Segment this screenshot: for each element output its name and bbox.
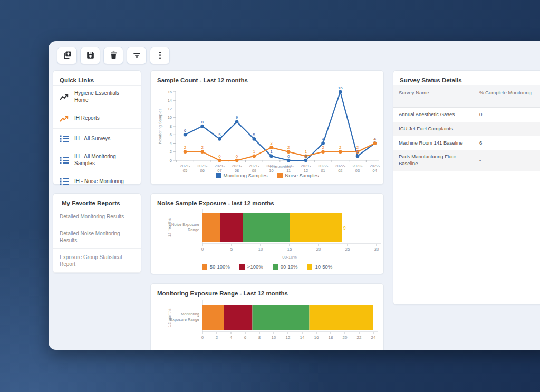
sample-count-chart-canvas: 0246810121416Year-Month2021-052021-06202… xyxy=(151,83,383,172)
favorite-reports-footer xyxy=(53,272,141,279)
column-header-survey-name[interactable]: Survey Name xyxy=(393,85,474,108)
svg-text:2: 2 xyxy=(216,335,218,340)
legend-swatch xyxy=(202,264,207,270)
legend-item[interactable]: 10-50% xyxy=(307,264,332,270)
legend-item[interactable]: Noise Samples xyxy=(277,173,319,178)
quick-link-label: IH - Noise Monitoring xyxy=(74,178,124,185)
svg-text:2021-: 2021- xyxy=(301,164,311,168)
survey-status-card: Survey Status Details Survey Name % Comp… xyxy=(393,70,540,305)
svg-text:04: 04 xyxy=(373,168,377,173)
svg-text:4: 4 xyxy=(373,137,376,141)
quick-link-item[interactable]: IH - Noise Monitoring xyxy=(53,171,141,192)
svg-text:5: 5 xyxy=(218,132,221,137)
svg-text:2: 2 xyxy=(339,145,342,150)
legend-item[interactable]: >100% xyxy=(239,264,263,270)
legend-swatch xyxy=(216,173,221,178)
svg-text:8: 8 xyxy=(258,335,261,340)
quick-link-item[interactable]: IH - All Surveys xyxy=(53,128,141,149)
quick-link-item[interactable]: IH Reports xyxy=(53,108,141,128)
table-row[interactable]: Annual Anesthetic Gases 0 xyxy=(393,108,540,122)
svg-text:12 months: 12 months xyxy=(167,218,172,237)
percent-complete-cell: - xyxy=(474,122,540,136)
svg-text:2: 2 xyxy=(170,149,172,154)
list-icon xyxy=(60,156,69,165)
quick-link-item[interactable]: IH - All Monitoring Samples xyxy=(53,149,141,171)
svg-text:0: 0 xyxy=(287,154,290,159)
svg-text:2022-: 2022- xyxy=(318,164,329,168)
legend-label: Noise Samples xyxy=(285,173,319,178)
legend-item[interactable]: 50-100% xyxy=(202,264,230,270)
survey-name-cell: Machine Room 141 Baseline xyxy=(393,136,474,150)
svg-text:2021-: 2021- xyxy=(284,164,294,168)
svg-text:Monitoring: Monitoring xyxy=(181,312,199,317)
percent-complete-cell: 0 xyxy=(474,108,540,122)
legend-item[interactable]: Monitoring Samples xyxy=(216,173,268,178)
list-icon xyxy=(60,135,69,143)
svg-text:0: 0 xyxy=(201,247,204,252)
svg-text:9: 9 xyxy=(236,115,238,120)
svg-text:4: 4 xyxy=(322,137,324,141)
svg-text:0: 0 xyxy=(236,154,238,159)
svg-text:6: 6 xyxy=(170,132,172,137)
trend-up-orange-icon xyxy=(60,114,69,122)
svg-text:8: 8 xyxy=(201,120,204,125)
svg-text:0: 0 xyxy=(201,335,204,340)
svg-text:Noise Exposure: Noise Exposure xyxy=(171,222,199,227)
svg-text:Range: Range xyxy=(188,227,199,232)
legend-label: Monitoring Samples xyxy=(224,173,268,178)
survey-status-title: Survey Status Details xyxy=(393,71,540,85)
legend-swatch xyxy=(307,264,312,270)
svg-text:16: 16 xyxy=(314,335,319,340)
svg-text:10: 10 xyxy=(168,115,172,120)
svg-text:2022-: 2022- xyxy=(352,164,363,168)
save-button[interactable] xyxy=(80,47,100,64)
svg-text:10: 10 xyxy=(258,247,263,252)
column-header-percent-complete[interactable]: % Complete Monitoring xyxy=(474,85,540,108)
copy-plus-icon xyxy=(62,50,72,62)
legend-item[interactable]: 00-10% xyxy=(273,264,298,270)
svg-text:2022-: 2022- xyxy=(335,164,346,168)
svg-text:Exposure Range: Exposure Range xyxy=(170,317,199,322)
favorite-report-item[interactable]: Detailed Monitoring Results xyxy=(53,208,141,225)
svg-text:2: 2 xyxy=(356,145,359,150)
legend-label: 50-100% xyxy=(210,264,230,270)
svg-text:2021-: 2021- xyxy=(232,164,243,168)
svg-text:07: 07 xyxy=(217,168,221,173)
delete-button[interactable] xyxy=(103,47,123,64)
quick-link-label: Hygiene Essentials Home xyxy=(74,90,134,103)
svg-text:14: 14 xyxy=(168,98,172,103)
sample-count-chart-legend: Monitoring Samples Noise Samples xyxy=(151,173,383,178)
svg-text:8: 8 xyxy=(170,124,172,129)
svg-text:2021-: 2021- xyxy=(180,164,190,168)
svg-text:1: 1 xyxy=(305,149,307,154)
quick-links-card: Quick Links Hygiene Essentials Home IH R… xyxy=(53,70,141,185)
svg-text:14: 14 xyxy=(300,335,305,340)
sample-count-chart-card: Sample Count - Last 12 months 0246810121… xyxy=(150,70,384,185)
trend-up-dark-icon xyxy=(60,93,69,101)
svg-text:2022-: 2022- xyxy=(370,164,380,168)
noise-exposure-chart-canvas: 05101520253000-10%3489Noise ExposureRang… xyxy=(151,206,383,263)
svg-text:11: 11 xyxy=(286,168,291,173)
percent-complete-cell: - xyxy=(474,150,540,171)
svg-text:25: 25 xyxy=(345,247,350,252)
svg-text:30: 30 xyxy=(374,247,379,252)
favorite-report-item[interactable]: Exposure Group Statistical Report xyxy=(53,248,141,272)
legend-label: 00-10% xyxy=(281,264,298,270)
filter-button[interactable] xyxy=(127,47,147,64)
table-row[interactable]: Machine Room 141 Baseline 6 xyxy=(393,136,540,150)
add-button[interactable] xyxy=(57,47,77,64)
svg-text:10: 10 xyxy=(269,168,273,173)
svg-text:12: 12 xyxy=(304,168,308,173)
svg-text:5: 5 xyxy=(230,247,233,252)
table-row[interactable]: ICU Jet Fuel Complaints - xyxy=(393,122,540,136)
svg-text:00-10%: 00-10% xyxy=(282,255,297,260)
more-button[interactable] xyxy=(150,47,170,64)
quick-link-item[interactable]: Hygiene Essentials Home xyxy=(53,85,141,108)
svg-text:16: 16 xyxy=(168,90,172,94)
monitoring-exposure-chart-canvas: 024681012141618202224MonitoringExposure … xyxy=(151,297,383,350)
svg-text:2: 2 xyxy=(201,145,204,150)
svg-text:05: 05 xyxy=(183,168,187,173)
favorite-report-item[interactable]: Detailed Noise Monitoring Results xyxy=(53,225,141,248)
favorite-reports-list: Detailed Monitoring ResultsDetailed Nois… xyxy=(53,208,141,272)
table-row[interactable]: Pads Manufacturing Floor Baseline - xyxy=(393,150,540,171)
